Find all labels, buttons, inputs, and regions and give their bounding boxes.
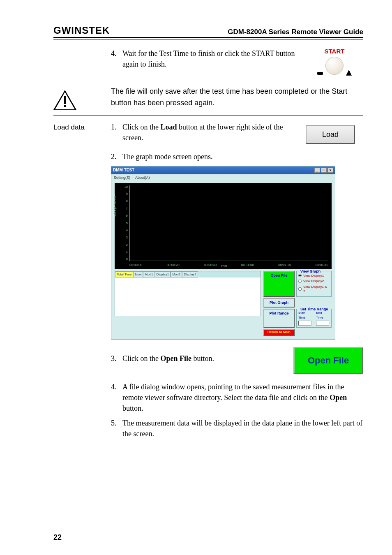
group-view-graph: View Graph [299, 269, 322, 274]
y-tick: 8 [122, 199, 128, 204]
step-number: 4. [111, 48, 118, 69]
end-time-input[interactable] [316, 321, 329, 326]
text-fragment: Click on the [122, 123, 161, 131]
open-file-button[interactable]: Open File [263, 271, 295, 297]
y-tick: 4 [122, 228, 128, 233]
section-separator [53, 116, 363, 116]
text-fragment: button. [122, 404, 143, 412]
start-marker-left [317, 72, 323, 75]
text-bold-open-file: Open File [161, 354, 192, 363]
brand-logo: GWINSTEK [53, 25, 110, 36]
start-circle-icon [325, 57, 344, 75]
window-maximize-icon[interactable]: □ [321, 168, 327, 173]
window-title: DMM TEST [113, 167, 134, 173]
y-tick: 5 [122, 221, 128, 226]
x-tick: 00:01:00 [241, 263, 254, 268]
step-number: 5. [111, 418, 118, 439]
step-text: The measurement data will be displayed i… [122, 418, 363, 439]
start-marker-right [346, 70, 352, 76]
text-bold-load: Load [161, 123, 177, 131]
menu-setting[interactable]: Setting(S) [114, 176, 130, 180]
text-fragment: button. [191, 354, 214, 363]
plot-graph-button[interactable]: Plot Graph [263, 298, 295, 308]
radio-label: View Display2 [303, 279, 324, 284]
radio-view-display12[interactable]: View Display1 & 2 [298, 284, 330, 294]
window-close-icon[interactable]: x [327, 168, 333, 173]
step-number: 2. [111, 151, 118, 162]
step-text: Click on the Load button at the lower ri… [122, 122, 302, 143]
page-header: GWINSTEK GDM-8200A Series Remote Viewer … [53, 25, 363, 38]
step-item: 4. Wait for the Test Time to finish or c… [111, 48, 306, 69]
step-text: Wait for the Test Time to finish or clic… [122, 48, 306, 69]
step-item: 5. The measurement data will be displaye… [111, 418, 363, 439]
caution-triangle-icon [53, 90, 76, 111]
start-button-graphic: START [306, 47, 363, 75]
col-mod1: Mod1 [143, 271, 154, 278]
load-button[interactable]: Load [306, 125, 355, 144]
x-axis-label: Timer [219, 264, 227, 268]
step-text: A file dialog window opens, pointing to … [122, 382, 363, 414]
caution-text: The file will only save after the test t… [111, 86, 363, 109]
radio-label: View Display1 & 2 [303, 284, 330, 294]
y-tick: 10 [122, 185, 128, 190]
plot-axes [129, 185, 328, 261]
graph-mode-window: DMM TEST _ □ x Setting(S) About(A) Range… [111, 166, 335, 340]
y-tick: 2 [122, 243, 128, 247]
start-label: START [306, 47, 363, 56]
header-rule [53, 39, 363, 39]
x-tick: 00:00:00 [129, 263, 142, 268]
y-ticks: 10 9 8 7 6 5 4 3 2 1 0 [122, 185, 128, 262]
window-minimize-icon[interactable]: _ [314, 168, 320, 173]
step-item: 3. Click on the Open File button. [111, 353, 293, 364]
section-label-load-data: Load data [53, 122, 107, 444]
return-to-main-button[interactable]: Return to Main [263, 329, 295, 336]
text-bold-open: Open [330, 393, 347, 402]
text-fragment: A file dialog window opens, pointing to … [122, 383, 344, 402]
text-fragment: Click on the [122, 354, 161, 363]
step-number: 3. [111, 353, 118, 364]
col-total-time: Total Time [115, 271, 133, 278]
step-number: 4. [111, 382, 118, 414]
step-text: Click on the Open File button. [122, 353, 293, 364]
y-tick: 3 [122, 235, 128, 240]
radio-view-display2[interactable]: View Display2 [298, 279, 330, 284]
data-table: Total Time Now Mod1 Display1 Mod2 Displa… [115, 271, 261, 316]
step-item: 4. A file dialog window opens, pointing … [111, 382, 363, 414]
step-text: The graph mode screen opens. [122, 151, 363, 162]
page-number: 22 [53, 533, 62, 542]
x-tick: 00:01:20 [278, 263, 291, 268]
x-tick: 00:00:40 [204, 263, 217, 268]
document-title: GDM-8200A Series Remote Viewer Guide [228, 28, 363, 36]
step-item: 1. Click on the Load button at the lower… [111, 122, 302, 143]
y-tick: 6 [122, 213, 128, 218]
step-number: 1. [111, 122, 118, 143]
window-titlebar: DMM TEST _ □ x [111, 166, 335, 174]
y-tick: 0 [122, 257, 128, 262]
open-file-large-button[interactable]: Open File [293, 347, 363, 374]
group-set-time-range: Set Time Range [299, 307, 329, 312]
col-display1: Display1 [155, 271, 171, 278]
x-tick: 00:00:20 [167, 263, 180, 268]
menu-about[interactable]: About(A) [135, 176, 150, 180]
y-tick: 7 [122, 206, 128, 211]
x-tick: 00:01:40 [316, 263, 328, 268]
menubar: Setting(S) About(A) [111, 174, 335, 181]
step-item: 2. The graph mode screen opens. [111, 151, 363, 162]
y-tick: 9 [122, 192, 128, 197]
col-mod2: Mod2 [171, 271, 182, 278]
start-time-input[interactable] [298, 321, 311, 326]
plot-area: Range MODE 10 9 8 7 6 5 4 3 2 1 0 [115, 183, 332, 269]
y-axis-label: Range MODE [113, 194, 118, 217]
x-ticks: 00:00:00 00:00:20 00:00:40 00:01:00 00:0… [129, 263, 328, 268]
plot-range-button[interactable]: Plot Range [263, 309, 295, 328]
col-display2: Display2 [182, 271, 198, 278]
col-now: Now [133, 271, 143, 278]
section-separator [53, 80, 363, 80]
y-tick: 1 [122, 250, 128, 254]
